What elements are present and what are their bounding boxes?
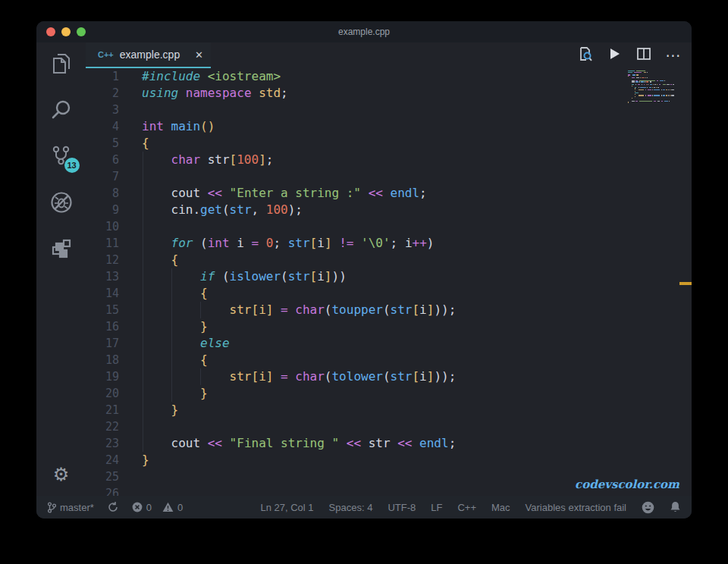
code-line[interactable]: 21 } — [86, 402, 692, 418]
code-line[interactable]: 6 char str[100]; — [86, 152, 692, 168]
close-window-button[interactable] — [46, 27, 55, 36]
indent-guide — [200, 368, 201, 385]
code-text: char str[100]; — [142, 152, 273, 168]
line-number: 12 — [86, 252, 119, 268]
encoding-status[interactable]: UTF-8 — [388, 502, 416, 513]
error-icon — [132, 502, 143, 512]
error-count: 0 — [146, 502, 152, 513]
sidebar-item-source-control[interactable]: 13 — [43, 138, 80, 174]
editor-group: C++ example.cpp ✕ — [86, 42, 692, 496]
line-number: 22 — [86, 418, 119, 435]
line-number: 6 — [86, 152, 119, 168]
tab-example-cpp[interactable]: C++ example.cpp ✕ — [86, 42, 211, 68]
status-bar: master* 0 — [36, 496, 692, 519]
more-actions-button[interactable]: ⋯ — [664, 46, 682, 64]
code-text: int main() — [142, 118, 215, 135]
code-text: { — [142, 285, 208, 302]
line-number: 10 — [86, 218, 119, 235]
code-editor[interactable]: 1#include <iostream>2using namespace std… — [86, 68, 692, 496]
editor-actions: ⋯ — [576, 42, 692, 68]
line-number: 24 — [86, 452, 119, 468]
tab-close-icon[interactable]: ✕ — [195, 49, 203, 61]
code-line[interactable]: 2using namespace std; — [86, 85, 692, 102]
line-number: 16 — [86, 318, 119, 335]
code-line[interactable]: 10 — [86, 218, 692, 235]
code-line[interactable]: 13 if (islower(str[i])) — [86, 268, 692, 285]
run-button[interactable] — [605, 46, 623, 64]
code-line[interactable]: 11 for (int i = 0; str[i] != '\0'; i++) — [86, 235, 692, 252]
line-number: 18 — [86, 352, 119, 368]
code-text: for (int i = 0; str[i] != '\0'; i++) — [142, 235, 434, 252]
cursor-position-status[interactable]: Ln 27, Col 1 — [260, 502, 313, 513]
vscode-window: example.cpp — [36, 21, 692, 519]
code-line[interactable]: 9 cin.get(str, 100); — [86, 202, 692, 218]
activity-bar: 13 — [36, 42, 86, 496]
line-number: 21 — [86, 402, 119, 418]
code-line[interactable]: 5{ — [86, 135, 692, 152]
code-line[interactable]: 18 { — [86, 352, 692, 368]
sync-icon — [108, 502, 118, 512]
sidebar-item-explorer[interactable] — [43, 45, 80, 82]
code-line[interactable]: 7 — [86, 168, 692, 185]
minimap[interactable] — [628, 70, 672, 106]
code-text: { — [142, 135, 149, 152]
problems-status[interactable]: 0 0 — [132, 502, 183, 513]
indentation-status[interactable]: Spaces: 4 — [329, 502, 373, 513]
window-title: example.cpp — [338, 27, 390, 37]
code-text: { — [142, 352, 208, 368]
eol-status[interactable]: LF — [431, 502, 442, 513]
files-icon — [50, 52, 73, 76]
code-line[interactable]: 22 — [86, 418, 692, 435]
sidebar-item-debug-disabled[interactable] — [43, 184, 80, 221]
line-number: 3 — [86, 102, 119, 118]
line-number: 15 — [86, 302, 119, 318]
cpp-file-icon: C++ — [98, 50, 114, 59]
sync-button[interactable] — [108, 502, 118, 512]
code-line[interactable]: 20 } — [86, 385, 692, 402]
extension-message-status[interactable]: Variables extraction fail — [526, 502, 626, 513]
code-text: { — [142, 252, 178, 268]
notifications-button[interactable] — [670, 501, 681, 513]
code-line[interactable]: 23 cout << "Final string " << str << end… — [86, 435, 692, 452]
line-number: 5 — [86, 135, 119, 152]
mode-status[interactable]: Mac — [491, 502, 510, 513]
code-text: str[i] = char(tolower(str[i])); — [142, 368, 456, 385]
line-number: 19 — [86, 368, 119, 385]
line-number: 1 — [86, 68, 119, 85]
line-number: 4 — [86, 118, 119, 135]
play-icon — [607, 47, 621, 64]
git-branch-status[interactable]: master* — [47, 502, 94, 513]
code-line[interactable]: 24} — [86, 452, 692, 468]
code-line[interactable]: 3 — [86, 102, 692, 118]
code-text: } — [142, 385, 208, 402]
open-changes-search-button[interactable] — [576, 46, 594, 64]
warning-count: 0 — [177, 502, 183, 513]
code-line[interactable]: 8 cout << "Enter a string :" << endl; — [86, 185, 692, 202]
sidebar-item-search[interactable] — [43, 92, 80, 128]
sidebar-item-extensions[interactable] — [43, 230, 80, 267]
split-editor-button[interactable] — [635, 46, 653, 64]
code-line[interactable]: 14 { — [86, 285, 692, 302]
code-line[interactable]: 4int main() — [86, 118, 692, 135]
indent-guide — [200, 302, 201, 318]
bell-icon — [670, 501, 681, 513]
warning-icon — [162, 502, 174, 512]
code-line[interactable]: 1#include <iostream> — [86, 68, 692, 85]
language-mode-status[interactable]: C++ — [457, 502, 476, 513]
line-number: 11 — [86, 235, 119, 252]
code-line[interactable]: 16 } — [86, 318, 692, 335]
tab-bar: C++ example.cpp ✕ — [86, 42, 692, 68]
code-line[interactable]: 17 else — [86, 335, 692, 352]
zoom-window-button[interactable] — [77, 27, 86, 36]
feedback-button[interactable] — [642, 501, 654, 514]
code-text: cout << "Final string " << str << endl; — [142, 435, 456, 452]
search-icon — [50, 99, 73, 121]
code-line[interactable]: 19 str[i] = char(tolower(str[i])); — [86, 368, 692, 385]
code-line[interactable]: 12 { — [86, 252, 692, 268]
line-number: 9 — [86, 202, 119, 218]
line-number: 25 — [86, 468, 119, 485]
code-line[interactable]: 15 str[i] = char(toupper(str[i])); — [86, 302, 692, 318]
code-text: else — [142, 335, 230, 352]
settings-gear-icon[interactable]: ⚙ — [53, 465, 70, 484]
minimize-window-button[interactable] — [61, 27, 71, 36]
